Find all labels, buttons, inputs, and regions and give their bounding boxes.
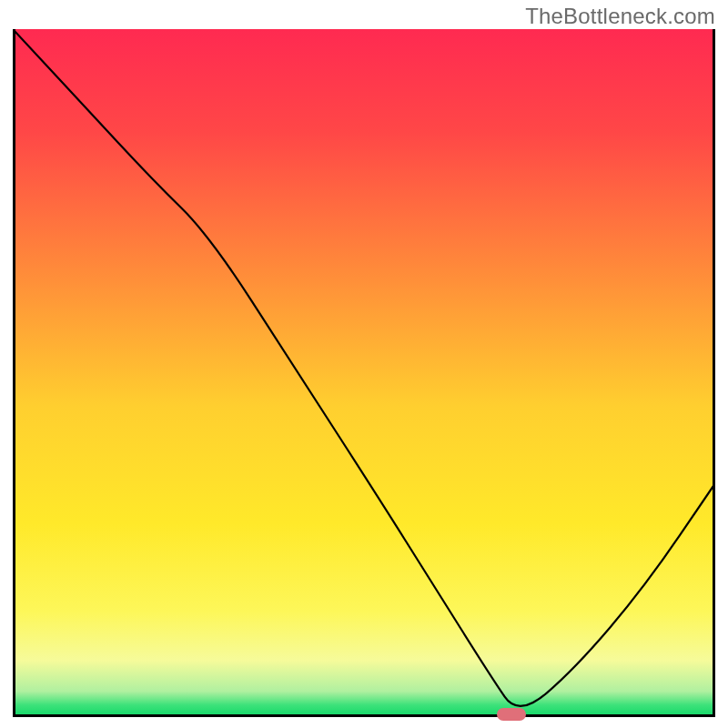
bottleneck-curve [13, 29, 715, 717]
optimal-point-marker [497, 708, 526, 721]
watermark-text: TheBottleneck.com [525, 4, 715, 29]
bottleneck-chart: TheBottleneck.com [0, 0, 728, 728]
